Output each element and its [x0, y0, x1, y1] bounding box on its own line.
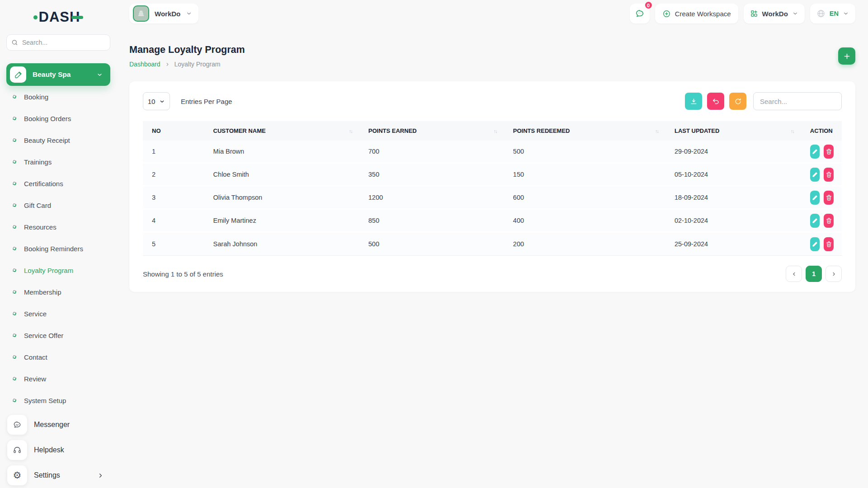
entries-per-page-select[interactable]: 10 — [143, 92, 170, 110]
search-icon — [11, 39, 18, 46]
sidebar-item-resources[interactable]: Resources — [6, 216, 110, 238]
bullet-icon — [12, 225, 17, 229]
bullet-icon — [12, 203, 17, 207]
cell-points-earned: 700 — [360, 141, 505, 164]
cell-no: 1 — [143, 141, 205, 164]
table-row: 1Mia Brown70050029-09-2024 — [143, 141, 842, 164]
cell-no: 4 — [143, 210, 205, 233]
cell-customer-name: Emily Martinez — [205, 210, 360, 233]
column-header-points-redeemed[interactable]: POINTS REDEEMED↑↓ — [505, 121, 666, 141]
delete-button[interactable] — [824, 191, 834, 205]
previous-page-button[interactable] — [786, 266, 802, 282]
app-logo[interactable]: DASH — [6, 8, 110, 26]
sidebar-item-service[interactable]: Service — [6, 303, 110, 324]
cell-actions — [802, 187, 842, 210]
cell-last-updated: 18-09-2024 — [666, 187, 802, 210]
sidebar-item-label: Service — [24, 310, 47, 318]
sidebar-item-messenger[interactable]: Messenger — [6, 412, 110, 437]
sidebar-item-beauty-receipt[interactable]: Beauty Receipt — [6, 129, 110, 151]
sidebar-item-loyalty-program[interactable]: Loyalty Program — [6, 259, 110, 281]
bullet-icon — [12, 376, 17, 381]
cell-customer-name: Olivia Thompson — [205, 187, 360, 210]
sidebar-item-label: Beauty Receipt — [24, 136, 70, 144]
undo-button[interactable] — [707, 93, 724, 110]
bullet-icon — [12, 138, 17, 142]
cell-last-updated: 25-09-2024 — [666, 233, 802, 256]
workspace-chip[interactable]: WorkDo — [129, 4, 198, 23]
sidebar-item-trainings[interactable]: Trainings — [6, 151, 110, 173]
cell-actions — [802, 164, 842, 187]
export-button[interactable] — [685, 93, 702, 110]
delete-button[interactable] — [824, 145, 834, 159]
sidebar-item-label: Review — [24, 375, 46, 383]
pencil-icon — [811, 148, 818, 155]
delete-button[interactable] — [824, 168, 834, 182]
add-loyalty-button[interactable] — [838, 47, 855, 65]
sidebar-item-booking-orders[interactable]: Booking Orders — [6, 108, 110, 129]
sidebar-item-review[interactable]: Review — [6, 368, 110, 389]
table-row: 4Emily Martinez85040002-10-2024 — [143, 210, 842, 233]
sort-icon[interactable]: ↑↓ — [791, 128, 794, 134]
sort-icon[interactable]: ↑↓ — [655, 128, 658, 134]
sidebar-item-contact[interactable]: Contact — [6, 346, 110, 368]
chevron-right-icon — [97, 472, 104, 479]
sort-icon[interactable]: ↑↓ — [494, 128, 497, 134]
bullet-icon — [12, 160, 17, 164]
column-header-last-updated[interactable]: LAST UPDATED↑↓ — [666, 121, 802, 141]
language-selector[interactable]: EN — [810, 4, 855, 23]
sidebar-item-helpdesk[interactable]: Helpdesk — [6, 437, 110, 463]
sidebar-item-label: Messenger — [34, 421, 70, 429]
messages-button[interactable]: 0 — [630, 4, 650, 23]
column-header-points-earned[interactable]: POINTS EARNED↑↓ — [360, 121, 505, 141]
cell-actions — [802, 233, 842, 256]
table-search-input[interactable] — [753, 92, 842, 110]
edit-button[interactable] — [810, 191, 820, 205]
sidebar-item-booking[interactable]: Booking — [6, 86, 110, 108]
sidebar-item-label: Trainings — [24, 158, 52, 166]
table-toolbar-buttons — [680, 93, 746, 110]
cell-points-earned: 1200 — [360, 187, 505, 210]
sidebar-item-settings[interactable]: ⚙Settings — [6, 463, 110, 488]
column-header-customer-name[interactable]: CUSTOMER NAME↑↓ — [205, 121, 360, 141]
sidebar-item-booking-reminders[interactable]: Booking Reminders — [6, 238, 110, 259]
bullet-icon — [12, 116, 17, 121]
brush-icon — [10, 66, 26, 83]
table-row: 5Sarah Johnson50020025-09-2024 — [143, 233, 842, 256]
breadcrumb-dashboard-link[interactable]: Dashboard — [129, 61, 160, 68]
cell-points-redeemed: 200 — [505, 233, 666, 256]
next-page-button[interactable] — [826, 266, 842, 282]
sidebar-item-label: Booking Orders — [24, 115, 71, 122]
sidebar-search-input[interactable] — [6, 34, 110, 51]
breadcrumb-current: Loyalty Program — [175, 61, 221, 68]
page-1-button[interactable]: 1 — [806, 266, 822, 282]
edit-button[interactable] — [810, 168, 820, 182]
delete-button[interactable] — [824, 237, 834, 251]
entries-per-page-label: Entries Per Page — [181, 98, 232, 105]
sidebar-item-service-offer[interactable]: Service Offer — [6, 324, 110, 346]
edit-button[interactable] — [810, 214, 820, 228]
sidebar-item-membership[interactable]: Membership — [6, 281, 110, 303]
create-workspace-button[interactable]: Create Workspace — [655, 4, 738, 23]
sidebar-item-system-setup[interactable]: System Setup — [6, 389, 110, 411]
store-name: Beauty Spa — [33, 70, 90, 79]
store-selector[interactable]: Beauty Spa — [6, 63, 110, 86]
loyalty-table-card: 10 Entries Per Page NOCUSTOMER NAME↑↓POI… — [129, 81, 855, 292]
gear-icon: ⚙ — [7, 465, 27, 485]
bullet-icon — [12, 181, 17, 186]
logo-dash-icon — [71, 16, 83, 19]
bullet-icon — [12, 268, 17, 272]
sidebar: DASH Beauty Spa BookingBooking OrdersBea… — [0, 0, 117, 488]
sidebar-item-gift-card[interactable]: Gift Card — [6, 194, 110, 216]
grid-plus-icon — [750, 9, 758, 18]
app-menu-button[interactable]: WorkDo — [744, 4, 805, 23]
delete-button[interactable] — [824, 214, 834, 228]
edit-button[interactable] — [810, 145, 820, 159]
page-header: Manage Loyalty Program Dashboard Loyalty… — [129, 44, 855, 68]
refresh-button[interactable] — [729, 93, 746, 110]
chevron-down-icon — [792, 10, 798, 17]
plus-icon — [843, 52, 851, 60]
sort-icon[interactable]: ↑↓ — [349, 128, 352, 134]
sidebar-item-label: Certifications — [24, 180, 63, 188]
sidebar-item-certifications[interactable]: Certifications — [6, 173, 110, 194]
edit-button[interactable] — [810, 237, 820, 251]
